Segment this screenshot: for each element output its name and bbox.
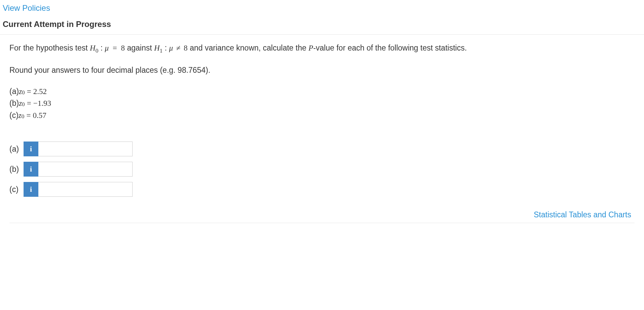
stat-eq: = (25, 86, 33, 98)
answer-row-a: (a) i (9, 142, 635, 156)
statistics-list: (a) z0 = 2.52 (b) z0 = −1.93 (c) z0 = 0.… (9, 86, 635, 122)
stat-row-a: (a) z0 = 2.52 (9, 86, 635, 98)
stat-val: 2.52 (33, 86, 47, 98)
against-text: against (125, 43, 154, 52)
prompt-post: and variance known, calculate the (188, 43, 309, 52)
answer-input-b[interactable] (38, 162, 133, 177)
footer-link-container: Statistical Tables and Charts (9, 204, 635, 223)
prompt-pre: For the hypothesis test (9, 43, 90, 52)
answer-label-b: (b) (9, 165, 24, 174)
z-var: z (19, 98, 22, 110)
h0-subscript: 0 (96, 48, 99, 54)
stat-label: (a) (9, 86, 19, 97)
z-var: z (19, 86, 22, 98)
pvalue-rest: -value for each of the following test st… (313, 43, 467, 52)
val-8b: 8 (184, 44, 188, 52)
question-content: For the hypothesis test H0 : μ = 8 again… (0, 35, 644, 230)
mu-2: μ (169, 44, 173, 52)
mu-1: μ (105, 44, 109, 52)
colon-1: : (98, 43, 105, 52)
z-sub: 0 (22, 100, 25, 109)
answer-row-c: (c) i (9, 182, 635, 197)
z-sub: 0 (22, 88, 25, 97)
answer-row-b: (b) i (9, 162, 635, 177)
answer-input-c[interactable] (38, 182, 133, 197)
colon-2: : (163, 43, 169, 52)
stat-tables-link[interactable]: Statistical Tables and Charts (534, 210, 631, 219)
val-8a: 8 (121, 44, 125, 52)
z-var: z (19, 110, 22, 122)
answer-label-c: (c) (9, 185, 24, 194)
pvalue-p: P (309, 44, 313, 52)
info-icon[interactable]: i (24, 142, 38, 156)
stat-val: −1.93 (33, 98, 51, 110)
info-icon[interactable]: i (24, 182, 38, 197)
view-policies-link[interactable]: View Policies (0, 0, 53, 17)
answer-label-a: (a) (9, 145, 24, 154)
stat-row-b: (b) z0 = −1.93 (9, 97, 635, 110)
stat-eq: = (25, 98, 33, 110)
h1-symbol: H (154, 44, 160, 52)
stat-eq: = (24, 110, 33, 122)
stat-label: (b) (9, 97, 19, 109)
attempt-heading: Current Attempt in Progress (0, 17, 644, 35)
stat-val: 0.57 (33, 110, 46, 122)
eq-1: = (109, 44, 121, 52)
stat-row-c: (c) z0 = 0.57 (9, 110, 635, 122)
h0-symbol: H (90, 44, 96, 52)
h1-subscript: 1 (160, 48, 163, 54)
z-sub: 0 (22, 112, 25, 121)
info-icon[interactable]: i (24, 162, 38, 177)
neq-symbol: ≠ (173, 42, 184, 54)
answer-input-a[interactable] (38, 142, 133, 156)
round-instruction: Round your answers to four decimal place… (9, 64, 635, 76)
prompt-text: For the hypothesis test H0 : μ = 8 again… (9, 42, 635, 55)
stat-label: (c) (9, 110, 19, 121)
